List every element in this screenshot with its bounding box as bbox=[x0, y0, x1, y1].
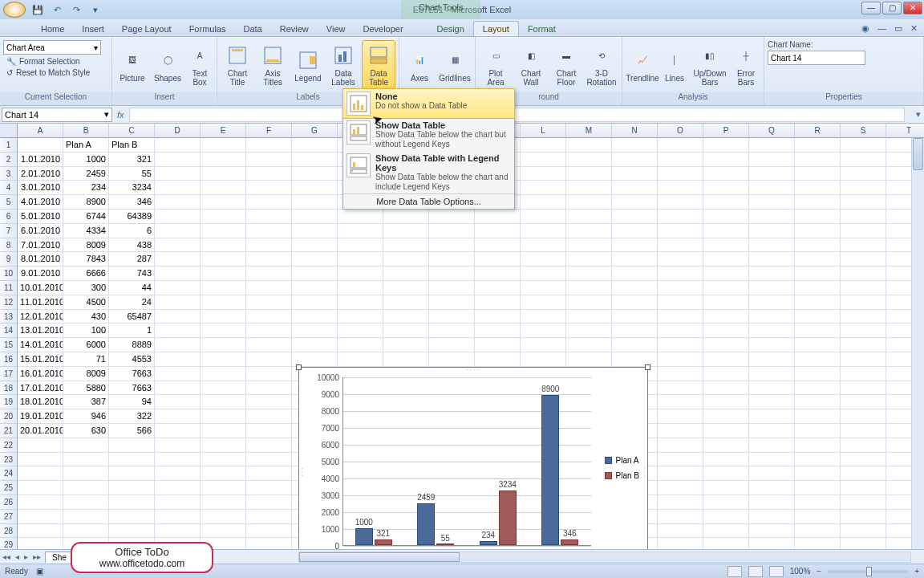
data-table-icon bbox=[366, 43, 391, 68]
sheet-nav-next[interactable]: ▸ bbox=[22, 552, 30, 561]
zoom-slider[interactable] bbox=[828, 570, 908, 573]
plot-area-button[interactable]: ▭Plot Area bbox=[479, 40, 513, 89]
group-current-selection: Current Selection bbox=[0, 92, 111, 105]
formula-input[interactable] bbox=[129, 108, 905, 122]
chart-title-button[interactable]: Chart Title bbox=[221, 40, 254, 89]
chart-name-input[interactable] bbox=[768, 51, 865, 65]
group-properties: Properties bbox=[764, 92, 923, 105]
tab-page-layout[interactable]: Page Layout bbox=[113, 22, 180, 36]
dropdown-more-options[interactable]: More Data Table Options... bbox=[343, 193, 514, 209]
plot-area[interactable]: 100032124595523432348900346 bbox=[342, 377, 591, 546]
3d-rotation-button[interactable]: ⟲3-D Rotation bbox=[585, 40, 618, 89]
svg-rect-7 bbox=[338, 55, 342, 62]
chevron-down-icon: ▾ bbox=[104, 109, 109, 120]
svg-rect-18 bbox=[351, 136, 367, 140]
view-layout[interactable] bbox=[748, 566, 763, 577]
embedded-chart[interactable]: ·············· 1000321245955234323489003… bbox=[298, 367, 648, 556]
view-normal[interactable] bbox=[727, 566, 742, 577]
zoom-in[interactable]: + bbox=[914, 567, 919, 576]
qat-undo-icon[interactable]: ↶ bbox=[50, 2, 64, 17]
minimize-button[interactable]: — bbox=[861, 2, 881, 14]
trendline-button[interactable]: 📈Trendline bbox=[626, 45, 659, 85]
office-button[interactable] bbox=[3, 2, 26, 18]
fx-icon[interactable]: fx bbox=[117, 110, 124, 120]
reset-style-button[interactable]: ↺Reset to Match Style bbox=[3, 67, 93, 78]
updown-bars-button[interactable]: ▮▯Up/Down Bars bbox=[690, 40, 730, 89]
tab-data[interactable]: Data bbox=[234, 22, 270, 36]
tab-developer[interactable]: Developer bbox=[354, 22, 411, 36]
chart-wall-icon: ◧ bbox=[518, 43, 544, 68]
zoom-level: 100% bbox=[790, 567, 811, 576]
dropdown-show-with-legend[interactable]: Show Data Table with Legend KeysShow Dat… bbox=[343, 151, 514, 193]
picture-button[interactable]: 🖼Picture bbox=[116, 45, 149, 85]
help-icon[interactable]: ◉ bbox=[861, 23, 869, 34]
tab-layout[interactable]: Layout bbox=[473, 21, 519, 36]
ribbon-tabs: Home Insert Page Layout Formulas Data Re… bbox=[0, 19, 924, 37]
tab-review[interactable]: Review bbox=[271, 22, 318, 36]
gridlines-button[interactable]: ▦Gridlines bbox=[438, 45, 472, 85]
textbox-button[interactable]: AText Box bbox=[186, 40, 213, 89]
error-bars-icon: ┼ bbox=[733, 43, 759, 68]
data-table-button[interactable]: Data Table bbox=[362, 40, 395, 89]
win-min-icon[interactable]: — bbox=[877, 23, 886, 34]
shapes-button[interactable]: ◯Shapes bbox=[151, 45, 184, 85]
axes-button[interactable]: 📊Axes bbox=[403, 45, 436, 85]
group-analysis: Analysis bbox=[622, 92, 764, 105]
data-table-dropdown: NoneDo not show a Data Table Show Data T… bbox=[342, 88, 515, 210]
tab-insert[interactable]: Insert bbox=[73, 22, 113, 36]
axes-icon: 📊 bbox=[407, 47, 432, 73]
vertical-scrollbar[interactable] bbox=[911, 138, 924, 556]
none-option-icon bbox=[346, 92, 371, 116]
chart-element-combo[interactable]: Chart Area▾ bbox=[3, 40, 101, 55]
error-bars-button[interactable]: ┼Error Bars bbox=[732, 40, 760, 89]
svg-rect-20 bbox=[353, 162, 355, 167]
context-tab-header: Chart Tools bbox=[401, 0, 480, 19]
macro-record-icon[interactable]: ▣ bbox=[36, 567, 43, 576]
view-break[interactable] bbox=[769, 566, 784, 577]
sheet-nav-first[interactable]: ◂◂ bbox=[0, 552, 13, 561]
maximize-button[interactable]: ▢ bbox=[882, 2, 902, 14]
lines-icon: │ bbox=[662, 47, 687, 73]
qat-more-icon[interactable]: ▾ bbox=[88, 2, 103, 17]
horizontal-scrollbar[interactable] bbox=[298, 552, 911, 563]
updown-icon: ▮▯ bbox=[697, 43, 723, 68]
qat-redo-icon[interactable]: ↷ bbox=[69, 2, 83, 17]
dropdown-show-data-table[interactable]: Show Data TableShow Data Table below the… bbox=[343, 118, 514, 151]
close-button[interactable]: ✕ bbox=[903, 2, 922, 14]
name-box[interactable]: Chart 14▾ bbox=[2, 108, 112, 122]
legend-plan-a: Plan A bbox=[616, 456, 639, 465]
status-ready: Ready bbox=[5, 567, 28, 576]
data-labels-button[interactable]: Data Labels bbox=[326, 40, 360, 89]
lines-button[interactable]: │Lines bbox=[661, 45, 688, 85]
dropdown-none[interactable]: NoneDo not show a Data Table bbox=[342, 88, 515, 119]
qat-save-icon[interactable]: 💾 bbox=[30, 2, 45, 17]
svg-rect-8 bbox=[343, 51, 346, 62]
chart-floor-icon: ▬ bbox=[553, 43, 579, 68]
legend-button[interactable]: Legend bbox=[291, 45, 325, 85]
tab-format[interactable]: Format bbox=[519, 22, 565, 36]
tab-design[interactable]: Design bbox=[428, 22, 473, 36]
expand-formula-icon[interactable]: ▾ bbox=[916, 109, 924, 120]
tab-view[interactable]: View bbox=[318, 22, 355, 36]
picture-icon: 🖼 bbox=[120, 47, 145, 73]
zoom-out[interactable]: − bbox=[817, 567, 821, 576]
shapes-icon: ◯ bbox=[155, 47, 180, 73]
format-selection-button[interactable]: 🔧Format Selection bbox=[3, 56, 93, 67]
chart-legend[interactable]: Plan A Plan B bbox=[605, 456, 639, 486]
sheet-tab[interactable]: She bbox=[45, 552, 74, 563]
svg-rect-16 bbox=[353, 129, 355, 134]
sheet-nav-last[interactable]: ▸▸ bbox=[30, 552, 43, 561]
svg-rect-1 bbox=[232, 49, 243, 51]
chart-title-icon bbox=[225, 43, 250, 68]
chart-wall-button[interactable]: ◧Chart Wall bbox=[514, 40, 548, 89]
watermark: Office ToDo www.officetodo.com bbox=[71, 542, 213, 573]
axis-titles-button[interactable]: Axis Titles bbox=[256, 40, 290, 89]
win-restore-icon[interactable]: ▭ bbox=[894, 23, 902, 34]
tab-formulas[interactable]: Formulas bbox=[180, 22, 235, 36]
tab-home[interactable]: Home bbox=[32, 22, 73, 36]
sheet-nav-prev[interactable]: ◂ bbox=[13, 552, 22, 561]
svg-rect-9 bbox=[371, 47, 387, 57]
svg-rect-10 bbox=[371, 59, 387, 63]
chart-floor-button[interactable]: ▬Chart Floor bbox=[549, 40, 583, 89]
win-close-icon[interactable]: ✕ bbox=[910, 23, 918, 34]
